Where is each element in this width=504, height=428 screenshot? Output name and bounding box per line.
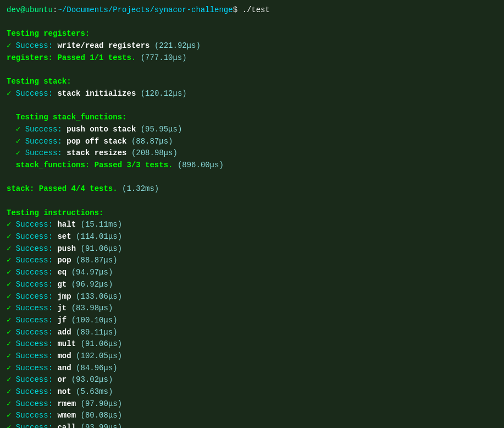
timing-resize: (208.98μs) xyxy=(131,149,178,157)
stack-functions-header-text: Testing stack_functions: xyxy=(16,113,127,122)
success-label-1: Success: xyxy=(16,41,58,50)
registers-header-text: Testing registers: xyxy=(7,29,90,38)
timing-pop-stack: (88.87μs) xyxy=(131,137,173,146)
instr-or: ✓ Success: or (93.02μs) xyxy=(7,374,497,386)
blank-1 xyxy=(7,17,497,29)
stack-functions-header: Testing stack_functions: xyxy=(7,112,497,124)
registers-item-1: ✓ Success: write/read registers (221.92μ… xyxy=(7,40,497,52)
prompt-symbol: $ xyxy=(233,6,237,14)
stack-init-item: ✓ Success: stack initializes (120.12μs) xyxy=(7,88,497,100)
name-or: or xyxy=(57,375,71,384)
success-label-push: Success: xyxy=(25,125,67,134)
timing-stack-init: (120.12μs) xyxy=(141,89,187,98)
instr-gt: ✓ Success: gt (96.92μs) xyxy=(7,279,497,291)
stack-functions-summary-text: stack_functions: Passed 3/3 tests. xyxy=(16,161,178,169)
t-or: (93.02μs) xyxy=(71,375,113,384)
t-and: (84.96μs) xyxy=(76,364,118,372)
item-stack-init: stack initializes xyxy=(57,89,140,98)
item-pop-stack: pop off stack xyxy=(67,137,131,146)
instr-mult: ✓ Success: mult (91.06μs) xyxy=(7,338,497,350)
instr-not: ✓ Success: not (5.63ms) xyxy=(7,386,497,398)
tick-push: ✓ xyxy=(16,125,25,134)
name-pop-i: pop xyxy=(57,256,76,265)
tick-add: ✓ xyxy=(7,328,16,337)
item-name-1: write/read registers xyxy=(57,41,154,50)
tick-call: ✓ xyxy=(7,423,16,428)
name-add: add xyxy=(57,328,76,337)
tick-mult: ✓ xyxy=(7,339,16,348)
tick-resize: ✓ xyxy=(16,149,25,157)
instr-jt: ✓ Success: jt (83.98μs) xyxy=(7,303,497,315)
tick-jt: ✓ xyxy=(7,304,16,312)
name-jmp: jmp xyxy=(57,292,76,301)
t-add: (89.11μs) xyxy=(76,328,118,337)
name-call: call xyxy=(57,423,80,428)
prompt-user: dev@ubuntu xyxy=(7,6,53,14)
instr-add: ✓ Success: add (89.11μs) xyxy=(7,327,497,339)
stack-functions-summary: stack_functions: Passed 3/3 tests. (896.… xyxy=(7,160,497,172)
sl-push-i: Success: xyxy=(16,244,58,253)
sl-rmem: Success: xyxy=(16,399,58,408)
tick-rmem: ✓ xyxy=(7,399,16,408)
sl-jf: Success: xyxy=(16,316,58,325)
instr-mod: ✓ Success: mod (102.05μs) xyxy=(7,350,497,363)
instr-jf: ✓ Success: jf (100.10μs) xyxy=(7,315,497,327)
instr-and: ✓ Success: and (84.96μs) xyxy=(7,363,497,375)
tick-wmem: ✓ xyxy=(7,411,16,420)
name-mult: mult xyxy=(57,339,80,348)
blank-5 xyxy=(7,195,497,207)
tick-jf: ✓ xyxy=(7,316,16,325)
name-rmem: rmem xyxy=(57,399,80,408)
registers-summary-text: registers: Passed 1/1 tests. xyxy=(7,53,141,62)
instr-push: ✓ Success: push (91.06μs) xyxy=(7,243,497,255)
success-label-pop-stack: Success: xyxy=(25,137,67,146)
instr-call: ✓ Success: call (93.99μs) xyxy=(7,422,497,428)
name-jf: jf xyxy=(57,316,71,325)
instr-eq: ✓ Success: eq (94.97μs) xyxy=(7,267,497,279)
blank-2 xyxy=(7,64,497,76)
tick-set: ✓ xyxy=(7,232,16,241)
instr-pop: ✓ Success: pop (88.87μs) xyxy=(7,255,497,267)
item-resize: stack resizes xyxy=(67,149,131,157)
sl-pop-i: Success: xyxy=(16,256,58,265)
registers-summary: registers: Passed 1/1 tests. (777.10μs) xyxy=(7,52,497,64)
stack-header-text: Testing stack: xyxy=(7,77,71,86)
prompt-command: ./test xyxy=(237,6,270,14)
stack-resize-item: ✓ Success: stack resizes (208.98μs) xyxy=(7,147,497,160)
instr-set: ✓ Success: set (114.01μs) xyxy=(7,231,497,243)
sl-add: Success: xyxy=(16,328,58,337)
sl-call: Success: xyxy=(16,423,58,428)
t-set: (114.01μs) xyxy=(76,232,122,241)
name-gt: gt xyxy=(57,280,71,289)
name-mod: mod xyxy=(57,352,76,360)
tick-push-i: ✓ xyxy=(7,244,16,253)
t-pop-i: (88.87μs) xyxy=(76,256,118,265)
registers-timing: (777.10μs) xyxy=(141,53,187,62)
sl-set: Success: xyxy=(16,232,58,241)
tick-not: ✓ xyxy=(7,387,16,396)
stack-header: Testing stack: xyxy=(7,76,497,88)
sl-wmem: Success: xyxy=(16,411,58,420)
t-rmem: (97.90μs) xyxy=(80,399,122,408)
stack-functions-timing: (896.00μs) xyxy=(178,161,224,169)
item-push: push onto stack xyxy=(67,125,140,134)
stack-summary-timing: (1.32ms) xyxy=(122,184,159,193)
tick-1: ✓ xyxy=(7,41,16,50)
registers-header: Testing registers: xyxy=(7,28,497,40)
tick-gt: ✓ xyxy=(7,280,16,289)
stack-summary-text: stack: Passed 4/4 tests. xyxy=(7,184,122,193)
sl-halt: Success: xyxy=(16,220,58,229)
name-push-i: push xyxy=(57,244,80,253)
t-not: (5.63ms) xyxy=(76,387,113,396)
tick-eq: ✓ xyxy=(7,268,16,277)
blank-3 xyxy=(7,100,497,112)
sl-mult: Success: xyxy=(16,339,58,348)
tick-halt: ✓ xyxy=(7,220,16,229)
stack-summary: stack: Passed 4/4 tests. (1.32ms) xyxy=(7,183,497,195)
t-eq: (94.97μs) xyxy=(71,268,113,277)
tick-pop-i: ✓ xyxy=(7,256,16,265)
sl-jt: Success: xyxy=(16,304,58,312)
sl-gt: Success: xyxy=(16,280,58,289)
tick-stack-init: ✓ xyxy=(7,89,16,98)
sl-or: Success: xyxy=(16,375,58,384)
